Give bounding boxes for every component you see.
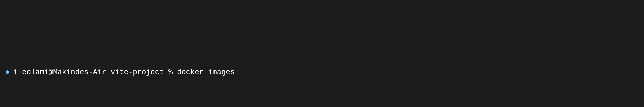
- header-image-id: IMAGE ID: [217, 106, 306, 107]
- header-repository: REPOSITORY: [14, 106, 145, 107]
- header-created: CREATED: [306, 106, 402, 107]
- prompt-cwd: vite-project: [111, 68, 164, 76]
- table-header-row: REPOSITORY TAG IMAGE ID CREATED SIZE: [14, 106, 639, 107]
- prompt-line: ● ileolami@Makindes-Air vite-project % d…: [5, 67, 639, 77]
- prompt-host: Makindes-Air: [53, 68, 106, 76]
- header-size: SIZE: [402, 106, 639, 107]
- terminal-output: ● ileolami@Makindes-Air vite-project % d…: [5, 38, 639, 107]
- prompt-text: ileolami@Makindes-Air vite-project % doc…: [13, 68, 234, 77]
- header-tag: TAG: [145, 106, 217, 107]
- prompt-bullet-icon: ●: [5, 67, 10, 77]
- prompt-separator: %: [168, 68, 172, 76]
- prompt-user: ileolami: [13, 68, 49, 76]
- command-text: docker images: [177, 68, 234, 76]
